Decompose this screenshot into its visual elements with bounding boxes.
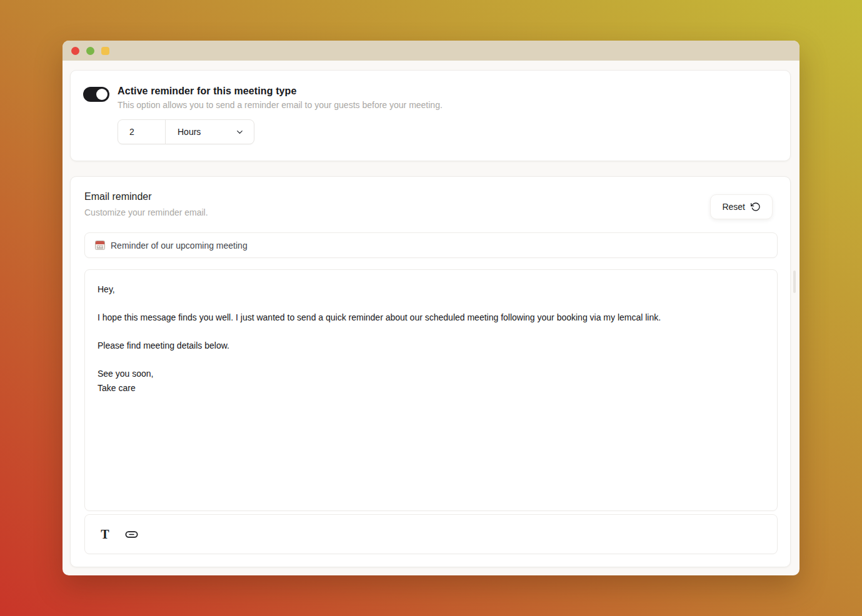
reminder-settings-title: Active reminder for this meeting type [118,86,443,97]
zoom-button[interactable] [86,47,94,55]
editor-toolbar: T [84,514,778,554]
reset-button[interactable]: Reset [710,194,773,219]
window-content: Active reminder for this meeting type Th… [63,61,799,575]
email-reminder-card: Email reminder Customize your reminder e… [70,176,791,567]
reminder-settings-card: Active reminder for this meeting type Th… [70,70,791,161]
active-reminder-toggle[interactable] [83,87,109,102]
scrollbar-thumb[interactable] [793,271,796,293]
delay-value-input[interactable] [118,120,165,144]
reminder-settings-description: This option allows you to send a reminde… [118,100,443,110]
minimize-button[interactable] [101,47,109,55]
delay-unit-select[interactable]: Hours [165,120,254,144]
reminder-delay-group: Hours [118,119,254,144]
delay-unit-value: Hours [178,127,201,137]
reminder-toggle-texts: Active reminder for this meeting type Th… [118,86,443,110]
subject-field[interactable]: Reminder of our upcoming meeting [84,232,778,258]
email-reminder-title: Email reminder [84,191,208,202]
toggle-knob [96,89,108,100]
close-button[interactable] [71,47,79,55]
text-format-button[interactable]: T [96,525,114,543]
email-reminder-header: Email reminder Customize your reminder e… [84,191,778,219]
window-titlebar [63,41,799,61]
reset-button-label: Reset [722,202,745,212]
reminder-toggle-row: Active reminder for this meeting type Th… [83,86,778,110]
subject-text: Reminder of our upcoming meeting [111,241,248,251]
app-window: Active reminder for this meeting type Th… [63,41,799,575]
email-reminder-subtitle: Customize your reminder email. [84,207,208,217]
text-icon: T [101,528,109,540]
email-reminder-texts: Email reminder Customize your reminder e… [84,191,208,217]
link-icon [124,527,139,542]
rotate-ccw-icon [751,202,761,212]
insert-link-button[interactable] [123,525,140,543]
calendar-icon [95,241,105,250]
chevron-down-icon [235,127,244,137]
email-body-editor[interactable]: Hey, I hope this message finds you well.… [84,269,778,511]
